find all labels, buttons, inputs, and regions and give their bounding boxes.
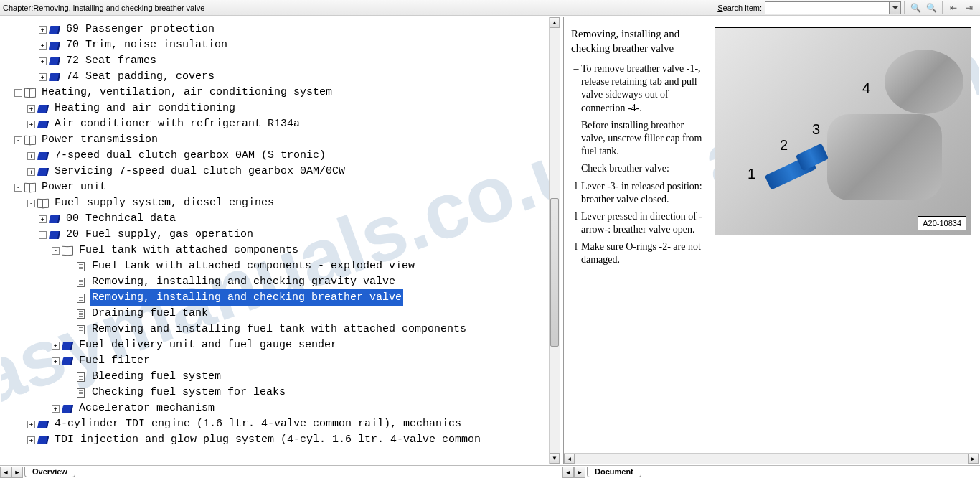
tree-node-label[interactable]: 69 Passenger protection — [65, 21, 216, 38]
tree-node-label[interactable]: Power transmission — [40, 131, 159, 149]
scroll-left-button[interactable]: ◄ — [564, 454, 575, 464]
scroll-track[interactable] — [550, 28, 560, 453]
expander-icon[interactable]: + — [27, 421, 35, 428]
expander-icon[interactable]: - — [39, 231, 47, 239]
expander-icon[interactable]: - — [52, 247, 60, 255]
tree-node[interactable]: +69 Passenger protection — [1, 22, 549, 37]
tree-node-label[interactable]: Fuel delivery unit and fuel gauge sender — [77, 337, 339, 354]
expander-icon — [65, 326, 72, 334]
tree-node-label[interactable]: Removing and installing fuel tank with a… — [90, 321, 468, 338]
tree-node[interactable]: +70 Trim, noise insulation — [1, 37, 549, 53]
search-input[interactable] — [765, 2, 889, 14]
expander-icon[interactable]: - — [14, 184, 22, 192]
tree-node-label[interactable]: 00 Technical data — [65, 210, 177, 228]
tree-node-label[interactable]: Air conditioner with refrigerant R134a — [53, 116, 301, 133]
tree[interactable]: +69 Passenger protection+70 Trim, noise … — [1, 22, 549, 448]
tree-node-label[interactable]: Fuel tank with attached components — [77, 242, 300, 259]
tab-nav-left[interactable]: ◄ — [0, 467, 11, 478]
tree-node[interactable]: +TDI injection and glow plug system (4-c… — [1, 432, 549, 448]
tree-node-label[interactable]: Fuel tank with attached components - exp… — [90, 258, 416, 275]
find-prev-button[interactable]: 🔍 — [908, 1, 923, 14]
tree-node[interactable]: -Heating, ventilation, air conditioning … — [1, 85, 549, 100]
tree-node[interactable]: +00 Technical data — [1, 211, 549, 227]
tree-node-label[interactable]: Removing, installing and checking gravit… — [90, 273, 397, 291]
tree-node[interactable]: +Fuel delivery unit and fuel gauge sende… — [1, 337, 549, 353]
tree-node[interactable]: -Fuel tank with attached components — [1, 243, 549, 258]
tree-node-label[interactable]: 4-cylinder TDI engine (1.6 ltr. 4-valve … — [53, 416, 463, 433]
tree-node[interactable]: +Fuel filter — [1, 353, 549, 369]
expander-icon[interactable]: + — [52, 342, 60, 350]
tree-node[interactable]: +72 Seat frames — [1, 53, 549, 69]
tree-node[interactable]: +Heating and air conditioning — [1, 100, 549, 116]
tab-nav-right[interactable]: ► — [574, 467, 585, 478]
tree-node[interactable]: Fuel tank with attached components - exp… — [1, 258, 549, 274]
expander-icon[interactable]: + — [39, 42, 47, 50]
tree-node[interactable]: -Power transmission — [1, 132, 549, 148]
expander-icon[interactable]: + — [39, 57, 47, 65]
tree-node[interactable]: -Power unit — [1, 179, 549, 195]
expander-icon[interactable]: + — [27, 105, 35, 113]
find-next-button[interactable]: 🔍 — [923, 1, 939, 14]
tree-node-label[interactable]: Fuel supply system, diesel engines — [53, 195, 275, 212]
tree-node[interactable]: +7-speed dual clutch gearbox 0AM (S tron… — [1, 148, 549, 164]
horizontal-scrollbar[interactable]: ◄ ► — [564, 453, 979, 464]
tree-node[interactable]: +Servicing 7-speed dual clutch gearbox 0… — [1, 164, 549, 179]
expander-icon[interactable]: + — [39, 215, 47, 223]
nav-back-button[interactable]: ⇤ — [946, 1, 961, 14]
tree-node-label[interactable]: TDI injection and glow plug system (4-cy… — [53, 431, 482, 449]
expander-icon[interactable]: + — [27, 121, 35, 128]
tree-node-label[interactable]: 70 Trim, noise insulation — [65, 37, 229, 54]
content-title: Removing, installing and checking breath… — [571, 27, 707, 55]
scroll-up-button[interactable]: ▲ — [550, 17, 560, 28]
tree-node-label[interactable]: Servicing 7-speed dual clutch gearbox 0A… — [53, 163, 347, 180]
tree-node[interactable]: Removing and installing fuel tank with a… — [1, 322, 549, 337]
tree-node[interactable]: -20 Fuel supply, gas operation — [1, 227, 549, 243]
tree-node[interactable]: Removing, installing and checking gravit… — [1, 274, 549, 290]
tree-node[interactable]: +Air conditioner with refrigerant R134a — [1, 116, 549, 132]
tree-node-label[interactable]: Removing, installing and checking breath… — [90, 289, 403, 306]
tree-node-label[interactable]: 72 Seat frames — [65, 52, 158, 70]
tab-nav-left[interactable]: ◄ — [562, 467, 574, 478]
tree-node-label[interactable]: Accelerator mechanism — [77, 400, 216, 417]
tree-node-label[interactable]: Heating and air conditioning — [53, 100, 237, 117]
expander-icon[interactable]: + — [52, 405, 60, 413]
expander-icon[interactable]: + — [27, 152, 35, 160]
main-area: asymanuals.co.uk +69 Passenger protectio… — [0, 16, 980, 465]
search-combo[interactable] — [765, 1, 901, 14]
expander-icon[interactable]: - — [14, 136, 22, 144]
expander-icon[interactable]: + — [39, 26, 47, 34]
tree-node-label[interactable]: 7-speed dual clutch gearbox 0AM (S troni… — [53, 147, 327, 164]
scroll-thumb[interactable] — [550, 198, 559, 347]
tree-node[interactable]: +Accelerator mechanism — [1, 400, 549, 416]
tree-node-label[interactable]: Bleeding fuel system — [90, 368, 222, 385]
expander-icon[interactable]: + — [27, 168, 35, 176]
expander-icon[interactable]: + — [52, 357, 60, 365]
tree-node[interactable]: +4-cylinder TDI engine (1.6 ltr. 4-valve… — [1, 416, 549, 432]
tree-node-label[interactable]: 74 Seat padding, covers — [65, 68, 216, 85]
tree-node[interactable]: Removing, installing and checking breath… — [1, 290, 549, 306]
tree-node-label[interactable]: 20 Fuel supply, gas operation — [65, 226, 255, 243]
scroll-right-button[interactable]: ► — [968, 454, 979, 464]
nav-forward-button[interactable]: ⇥ — [961, 1, 977, 14]
vertical-scrollbar[interactable]: ▲ ▼ — [549, 17, 560, 464]
expander-icon[interactable]: - — [14, 89, 22, 97]
tree-node-label[interactable]: Draining fuel tank — [90, 305, 209, 322]
tree-node[interactable]: Draining fuel tank — [1, 306, 549, 322]
tree-node-label[interactable]: Fuel filter — [77, 352, 151, 370]
expander-icon[interactable]: + — [27, 436, 35, 444]
scroll-down-button[interactable]: ▼ — [550, 453, 560, 464]
expander-icon[interactable]: + — [39, 73, 47, 81]
tab-nav-right[interactable]: ► — [11, 467, 23, 478]
tree-node-label[interactable]: Heating, ventilation, air conditioning s… — [40, 84, 334, 101]
search-dropdown-button[interactable] — [889, 2, 900, 14]
tree-node-label[interactable]: Checking fuel system for leaks — [90, 384, 287, 401]
tree-node-label[interactable]: Power unit — [40, 179, 108, 196]
tree-node[interactable]: +74 Seat padding, covers — [1, 69, 549, 85]
tree-node[interactable]: Checking fuel system for leaks — [1, 385, 549, 400]
document-icon — [75, 324, 86, 334]
tree-node[interactable]: -Fuel supply system, diesel engines — [1, 195, 549, 211]
tab-overview[interactable]: Overview — [24, 467, 75, 477]
tab-document[interactable]: Document — [587, 467, 641, 477]
expander-icon[interactable]: - — [27, 200, 35, 207]
tree-node[interactable]: Bleeding fuel system — [1, 369, 549, 385]
